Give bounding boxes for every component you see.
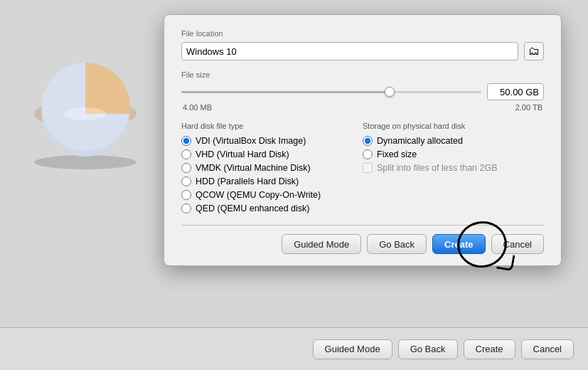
- folder-icon: 🗂: [528, 45, 540, 58]
- file-size-section: File size 4.00 MB 2.00 TB: [181, 70, 544, 112]
- radio-qed[interactable]: QED (QEMU enhanced disk): [181, 204, 363, 213]
- storage-label: Storage on physical hard disk: [363, 122, 544, 130]
- file-size-row: [181, 83, 544, 100]
- radio-qcow[interactable]: QCOW (QEMU Copy-On-Write): [181, 190, 363, 200]
- size-range-row: 4.00 MB 2.00 TB: [181, 103, 544, 112]
- size-max: 2.00 TB: [515, 103, 542, 112]
- file-size-slider[interactable]: [181, 91, 481, 93]
- svg-point-2: [64, 107, 107, 120]
- slider-wrap: [181, 85, 481, 99]
- file-location-label: File location: [181, 29, 544, 38]
- radio-hdd[interactable]: HDD (Parallels Hard Disk): [181, 176, 363, 186]
- bottom-create-button[interactable]: Create: [464, 339, 515, 359]
- file-location-row: 🗂: [181, 42, 544, 60]
- split-checkbox-item[interactable]: Split into files of less than 2GB: [363, 163, 544, 173]
- disk-type-group: VDI (VirtualBox Disk Image) VHD (Virtual…: [181, 136, 363, 213]
- split-label: Split into files of less than 2GB: [377, 163, 498, 173]
- qcow-label: QCOW (QEMU Copy-On-Write): [196, 190, 321, 200]
- create-vhd-dialog: File location 🗂 File size 4.00 MB 2.00 T…: [164, 14, 562, 266]
- pie-chart-area: [21, 43, 164, 185]
- folder-browse-button[interactable]: 🗂: [524, 42, 544, 60]
- bottom-go-back-button[interactable]: Go Back: [398, 339, 458, 359]
- divider: [181, 225, 544, 226]
- go-back-button[interactable]: Go Back: [367, 234, 427, 254]
- bottom-bar: Guided Mode Go Back Create Cancel: [0, 327, 588, 370]
- vmdk-label: VMDK (Virtual Machine Disk): [196, 163, 311, 173]
- radio-vmdk[interactable]: VMDK (Virtual Machine Disk): [181, 163, 363, 173]
- vdi-label: VDI (VirtualBox Disk Image): [196, 136, 306, 146]
- svg-point-0: [34, 155, 137, 169]
- disk-type-label: Hard disk file type: [181, 122, 363, 130]
- dynamic-label: Dynamically allocated: [377, 136, 463, 146]
- storage-group: Dynamically allocated Fixed size Split i…: [363, 136, 544, 173]
- hdd-label: HDD (Parallels Hard Disk): [196, 176, 299, 186]
- options-row: Hard disk file type VDI (VirtualBox Disk…: [181, 122, 544, 213]
- bottom-cancel-button[interactable]: Cancel: [521, 339, 574, 359]
- file-size-input[interactable]: [487, 83, 544, 100]
- radio-fixed[interactable]: Fixed size: [363, 149, 544, 159]
- storage-column: Storage on physical hard disk Dynamicall…: [363, 122, 544, 213]
- cancel-button[interactable]: Cancel: [491, 234, 544, 254]
- create-button[interactable]: Create: [432, 234, 485, 254]
- guided-mode-button[interactable]: Guided Mode: [282, 234, 361, 254]
- dialog-buttons: Guided Mode Go Back Create Cancel: [181, 234, 544, 254]
- radio-vhd[interactable]: VHD (Virtual Hard Disk): [181, 149, 363, 159]
- size-min: 4.00 MB: [183, 103, 212, 112]
- background-pane: Guided Mode Go Back Create Cancel File l…: [0, 0, 588, 370]
- file-size-label: File size: [181, 70, 544, 79]
- radio-vdi[interactable]: VDI (VirtualBox Disk Image): [181, 136, 363, 146]
- qed-label: QED (QEMU enhanced disk): [196, 204, 309, 213]
- file-location-input[interactable]: [181, 42, 518, 60]
- bottom-guided-mode-button[interactable]: Guided Mode: [313, 339, 392, 359]
- vhd-label: VHD (Virtual Hard Disk): [196, 149, 289, 159]
- disk-type-column: Hard disk file type VDI (VirtualBox Disk…: [181, 122, 363, 213]
- fixed-label: Fixed size: [377, 149, 417, 159]
- radio-dynamic[interactable]: Dynamically allocated: [363, 136, 544, 146]
